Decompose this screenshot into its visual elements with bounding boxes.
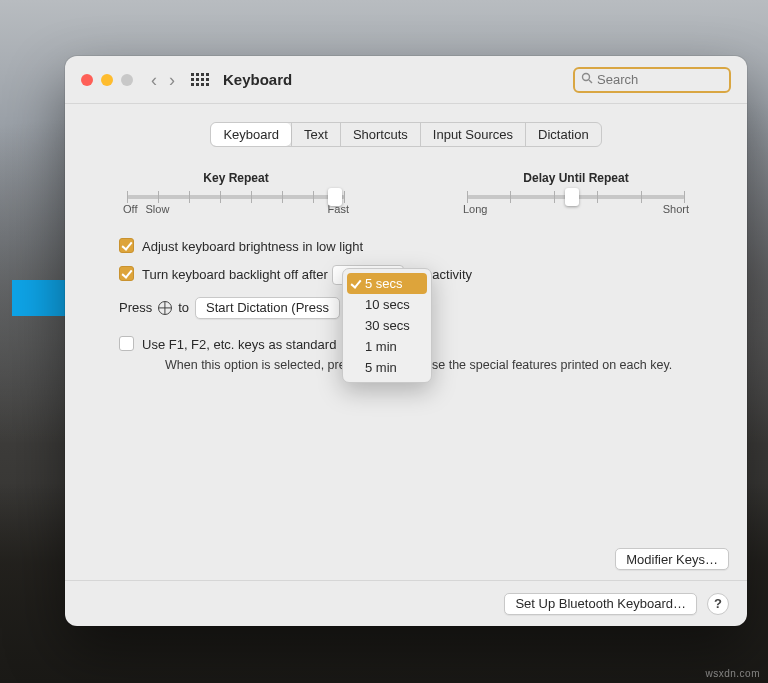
bluetooth-keyboard-button[interactable]: Set Up Bluetooth Keyboard… [504,593,697,615]
dictate-prefix: Press [119,300,152,315]
menu-item-30-secs[interactable]: 30 secs [343,315,431,336]
search-input[interactable] [597,72,723,87]
menu-item-10-secs[interactable]: 10 secs [343,294,431,315]
tab-shortcuts[interactable]: Shortcuts [340,123,420,146]
key-repeat-knob[interactable] [328,188,342,206]
globe-icon [158,301,172,315]
svg-point-0 [583,74,590,81]
dictate-mid: to [178,300,189,315]
adjust-brightness-checkbox[interactable] [119,238,134,253]
titlebar: ‹ › Keyboard [65,56,747,104]
tab-keyboard[interactable]: Keyboard [211,123,291,146]
watermark: wsxdn.com [705,668,760,679]
search-field[interactable] [573,67,731,93]
traffic-lights [81,74,133,86]
backlight-off-label-before: Turn keyboard backlight off after [142,265,328,285]
zoom-icon[interactable] [121,74,133,86]
tab-text[interactable]: Text [291,123,340,146]
fkeys-label: Use F1, F2, etc. keys as standard [142,337,336,352]
search-icon [581,72,593,87]
key-repeat-track[interactable] [127,195,345,199]
preferences-window: ‹ › Keyboard Keyboard Text Shortcuts Inp… [65,56,747,626]
menu-item-1-min[interactable]: 1 min [343,336,431,357]
delay-repeat-track[interactable] [467,195,685,199]
back-button[interactable]: ‹ [151,71,157,89]
adjust-brightness-label: Adjust keyboard brightness in low light [142,237,363,257]
key-repeat-off-label: Off [123,203,137,215]
window-title: Keyboard [223,71,292,88]
tab-bar: Keyboard Text Shortcuts Input Sources Di… [210,122,601,147]
backlight-duration-menu: 5 secs 10 secs 30 secs 1 min 5 min [342,268,432,383]
delay-repeat-label: Delay Until Repeat [461,171,691,185]
tab-dictation[interactable]: Dictation [525,123,601,146]
menu-item-5-secs[interactable]: 5 secs [347,273,427,294]
content-area: Keyboard Text Shortcuts Input Sources Di… [65,104,747,626]
start-dictation-button[interactable]: Start Dictation (Press [195,297,340,319]
footer: Set Up Bluetooth Keyboard… ? [65,580,747,626]
delay-short-label: Short [663,203,689,215]
minimize-icon[interactable] [101,74,113,86]
modifier-keys-button[interactable]: Modifier Keys… [615,548,729,570]
key-repeat-label: Key Repeat [121,171,351,185]
delay-long-label: Long [463,203,487,215]
help-button[interactable]: ? [707,593,729,615]
key-repeat-slow-label: Slow [145,203,169,215]
key-repeat-slider: Key Repeat Off Slow Fast [121,171,351,215]
svg-line-1 [589,80,592,83]
menu-item-5-min[interactable]: 5 min [343,357,431,378]
fkeys-note-after: o use the special features printed on ea… [415,358,673,372]
delay-repeat-knob[interactable] [565,188,579,206]
fkeys-note-before: When this option is selected, pre [165,358,346,372]
delay-repeat-slider: Delay Until Repeat Long Short [461,171,691,215]
fkeys-checkbox[interactable] [119,336,134,351]
forward-button[interactable]: › [169,71,175,89]
tab-input-sources[interactable]: Input Sources [420,123,525,146]
show-all-icon[interactable] [191,73,209,86]
close-icon[interactable] [81,74,93,86]
backlight-off-checkbox[interactable] [119,266,134,281]
